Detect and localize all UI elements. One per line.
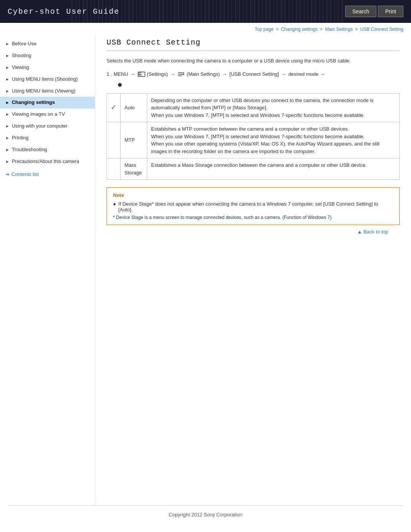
page-title: USB Connect Setting	[107, 38, 400, 51]
contents-list-link[interactable]: ➔ Contents list	[0, 168, 95, 181]
content-area: USB Connect Setting Selects the USB mode…	[95, 34, 411, 505]
sidebar-item-menu-shooting[interactable]: ► Using MENU items (Shooting)	[0, 73, 95, 85]
breadcrumb-changing[interactable]: Changing settings	[281, 27, 317, 32]
arrow-sym-1: →	[131, 70, 135, 78]
instruction-dot-indicator	[118, 82, 400, 88]
breadcrumb-sep-1: >	[276, 27, 280, 32]
arrow-icon: ►	[5, 88, 10, 94]
settings-icon	[138, 71, 145, 77]
arrow-icon: ►	[5, 41, 10, 46]
table-row: ✓ Auto Depending on the computer or othe…	[107, 93, 400, 122]
breadcrumb-sep-3: >	[355, 27, 359, 32]
instruction-mainsettings-label: (Main Settings)	[186, 70, 220, 78]
table-cell-label-auto: Auto	[121, 93, 147, 122]
arrow-sym-3: →	[222, 70, 227, 78]
breadcrumb-main-settings[interactable]: Main Settings	[325, 27, 353, 32]
sidebar-label: Using with your computer	[12, 123, 68, 129]
sidebar-item-before-use[interactable]: ► Before Use	[0, 38, 95, 50]
sidebar-item-troubleshooting[interactable]: ► Troubleshooting	[0, 144, 95, 156]
print-button[interactable]: Print	[378, 6, 403, 17]
back-to-top-bar: ▲ Back to top	[107, 225, 400, 238]
arrow-icon: ►	[5, 53, 10, 58]
breadcrumb-usb-setting[interactable]: USB Connect Setting	[360, 27, 403, 32]
sidebar-label: Precautions/About this camera	[12, 158, 79, 165]
table-cell-label-mass-storage: MassStorage	[121, 158, 147, 180]
note-bullet-1: ● If Device Stage* does not appear when …	[113, 201, 393, 212]
sidebar-label: Using MENU items (Viewing)	[12, 88, 75, 94]
header: Cyber-shot User Guide Search Print	[0, 0, 411, 23]
table-cell-desc-mtp: Establishes a MTP connection between the…	[147, 122, 400, 158]
sidebar-item-printing[interactable]: ► Printing	[0, 132, 95, 144]
sidebar-label: Viewing images on a TV	[12, 111, 65, 118]
table-cell-desc-mass-storage: Establishes a Mass Storage connection be…	[147, 158, 400, 180]
sidebar-label: Shooting	[12, 53, 31, 59]
arrow-icon: ►	[5, 135, 10, 141]
sidebar-item-changing-settings[interactable]: ► Changing settings	[0, 97, 95, 109]
note-title: Note	[113, 192, 393, 198]
note-box: Note ● If Device Stage* does not appear …	[107, 187, 400, 225]
bullet-dot-icon: ●	[113, 201, 116, 207]
arrow-right-icon: ➔	[5, 171, 10, 177]
note-bullet-text: If Device Stage* does not appear when co…	[118, 201, 393, 212]
sidebar-item-using-computer[interactable]: ► Using with your computer	[0, 120, 95, 132]
search-button[interactable]: Search	[345, 6, 376, 17]
sidebar-item-viewing-tv[interactable]: ► Viewing images on a TV	[0, 109, 95, 120]
sidebar-label: Printing	[12, 135, 29, 141]
svg-marker-7	[183, 73, 185, 75]
checkmark-icon: ✓	[111, 104, 116, 111]
usb-table: ✓ Auto Depending on the computer or othe…	[107, 93, 400, 180]
svg-rect-2	[139, 75, 140, 75]
contents-list-label[interactable]: Contents list	[11, 171, 39, 177]
breadcrumb: Top page > Changing settings > Main Sett…	[0, 23, 411, 34]
table-cell-empty	[107, 122, 121, 158]
arrow-icon: ►	[5, 123, 10, 129]
table-cell-check: ✓	[107, 93, 121, 122]
instruction-menu: MENU	[113, 70, 128, 78]
table-cell-desc-auto: Depending on the computer or other USB d…	[147, 93, 400, 122]
arrow-icon: ►	[5, 65, 10, 70]
sidebar-item-menu-viewing[interactable]: ► Using MENU items (Viewing)	[0, 85, 95, 97]
header-actions: Search Print	[345, 6, 403, 17]
sidebar-label: Using MENU items (Shooting)	[12, 76, 78, 83]
arrow-icon: ►	[5, 159, 10, 164]
instruction-end: desired mode →	[288, 70, 325, 78]
arrow-icon: ►	[5, 147, 10, 152]
arrow-icon: ►	[5, 77, 10, 82]
table-cell-empty2	[107, 158, 121, 180]
svg-rect-1	[139, 73, 141, 74]
arrow-sym-4: →	[281, 70, 286, 78]
note-footnote: * Device Stage is a menu screen to manag…	[113, 215, 393, 220]
sidebar-item-viewing[interactable]: ► Viewing	[0, 62, 95, 73]
sidebar-label: Changing settings	[12, 99, 55, 106]
back-to-top-link[interactable]: ▲ Back to top	[357, 229, 388, 235]
table-cell-label-mtp: MTP	[121, 122, 147, 158]
table-row: MTP Establishes a MTP connection between…	[107, 122, 400, 158]
arrow-icon: ►	[5, 112, 10, 117]
table-row: MassStorage Establishes a Mass Storage c…	[107, 158, 400, 180]
svg-rect-3	[140, 75, 142, 75]
instruction-settings-label: (Settings)	[147, 70, 168, 78]
arrow-icon: ►	[5, 100, 10, 105]
site-title: Cyber-shot User Guide	[8, 7, 119, 16]
footer: Copyright 2012 Sony Corporation	[0, 506, 411, 524]
page-number: 180	[0, 524, 411, 532]
sidebar-label: Troubleshooting	[12, 147, 47, 153]
instruction-step: 1 .	[107, 70, 112, 78]
menu-instruction: 1 . MENU → (Settings) → (Main Settings) …	[107, 70, 400, 78]
breadcrumb-top[interactable]: Top page	[255, 27, 273, 32]
sidebar-label: Viewing	[12, 64, 29, 71]
breadcrumb-sep-2: >	[320, 27, 324, 32]
sidebar: ► Before Use ► Shooting ► Viewing ► Usin…	[0, 34, 95, 505]
copyright-text: Copyright 2012 Sony Corporation	[169, 512, 242, 518]
sidebar-item-shooting[interactable]: ► Shooting	[0, 50, 95, 62]
sidebar-label: Before Use	[12, 41, 37, 47]
sidebar-item-precautions[interactable]: ► Precautions/About this camera	[0, 156, 95, 168]
arrow-sym-2: →	[170, 70, 175, 78]
content-description: Selects the USB mode when connecting the…	[107, 57, 400, 65]
main-layout: ► Before Use ► Shooting ► Viewing ► Usin…	[0, 34, 411, 505]
instruction-bracket: [USB Connect Setting]	[229, 70, 279, 78]
main-settings-icon	[177, 71, 185, 77]
